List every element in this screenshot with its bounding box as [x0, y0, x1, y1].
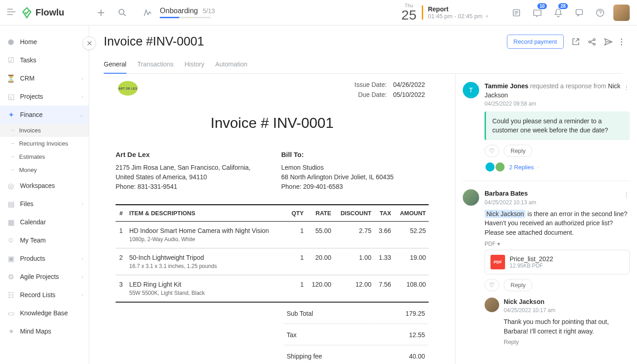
event-add-icon[interactable]: +	[485, 13, 489, 20]
chevron-down-icon: ⌄	[79, 112, 83, 118]
invoice-document: ART DE LEX Issue Date:04/26/2022 Due Dat…	[89, 74, 455, 364]
reply-link[interactable]: Reply	[504, 339, 630, 345]
issue-date: 04/26/2022	[390, 80, 428, 89]
onboarding-label: Onboarding	[160, 7, 198, 15]
summary-row: Tax12.55	[284, 325, 428, 345]
crm-icon: ⏳	[6, 74, 15, 83]
date-block[interactable]: Thu 25	[401, 3, 416, 22]
reply-button[interactable]: Reply	[504, 145, 532, 157]
open-external-icon[interactable]	[572, 38, 580, 46]
invoice-dates: Issue Date:04/26/2022 Due Date:05/10/202…	[351, 79, 429, 100]
inbox-badge: 10	[537, 3, 547, 9]
menu-toggle-icon[interactable]	[7, 9, 15, 17]
pdf-icon: PDF	[490, 255, 505, 269]
onboarding-icon	[140, 5, 155, 20]
sidebar-item-products[interactable]: ▣Products›	[0, 249, 89, 268]
sidebar-sub-estimates[interactable]: Estimates	[0, 150, 89, 163]
inbox-icon[interactable]: 10	[530, 5, 545, 20]
sidebar-item-finance[interactable]: ✦Finance⌄	[0, 106, 89, 124]
kebab-icon[interactable]: ⋮	[623, 84, 630, 91]
sidebar-item-label: CRM	[20, 75, 35, 82]
table-row: 2 50-Inch Lightweight Tripod16.7 x 3.1 x…	[116, 248, 429, 275]
onboarding-progress	[160, 17, 211, 18]
finance-icon: ✦	[6, 110, 15, 119]
table-row: 1 HD Indoor Smart Home Camera with Night…	[116, 221, 429, 248]
like-button[interactable]: ♡	[485, 145, 499, 157]
event-title: Report	[428, 5, 489, 13]
close-panel-button[interactable]: ✕	[82, 36, 96, 50]
sidebar-item-label: Tasks	[20, 56, 36, 64]
share-icon[interactable]	[588, 38, 596, 46]
send-icon[interactable]	[604, 38, 612, 46]
sidebar-item-records[interactable]: ☷Record Lists›	[0, 286, 89, 304]
sidebar-sub-invoices[interactable]: Invoices	[0, 124, 89, 137]
projects-icon: ◱	[6, 92, 15, 101]
records-icon: ☷	[6, 290, 15, 299]
svg-point-8	[621, 41, 622, 42]
note-icon[interactable]	[509, 5, 524, 20]
sidebar-item-label: Agile Projects	[20, 273, 59, 280]
sidebar-item-label: Home	[20, 38, 37, 46]
search-icon[interactable]	[114, 5, 130, 20]
sidebar-sub-money[interactable]: Money	[0, 163, 89, 177]
activity-author: Tammie Jones	[485, 82, 528, 90]
table-row: 3 LED Ring Light Kit55W 5500K, Light Sta…	[116, 275, 429, 302]
svg-rect-2	[576, 10, 582, 15]
attachment[interactable]: PDF Price_list_2022 12.95KB PDF	[485, 250, 630, 274]
activity-author: Barbara Bates	[485, 190, 528, 197]
sidebar: ⬢Home ☑Tasks ⏳CRM› ◱Projects› ✦Finance⌄ …	[0, 25, 89, 364]
attachment-type[interactable]: PDF ▾	[485, 241, 630, 247]
sidebar-item-files[interactable]: ▤Files›	[0, 195, 89, 213]
svg-point-7	[621, 38, 622, 40]
help-icon[interactable]	[592, 5, 608, 20]
like-button[interactable]: ♡	[485, 279, 499, 291]
activity-time: 04/25/2022 10:13 am	[485, 199, 630, 206]
sidebar-item-team[interactable]: ☺My Team	[0, 231, 89, 249]
kebab-icon[interactable]: ⋮	[623, 191, 630, 198]
team-icon: ☺	[6, 236, 15, 245]
tab-history[interactable]: History	[184, 57, 204, 73]
attachment-name: Price_list_2022	[510, 255, 553, 263]
home-icon: ⬢	[6, 37, 15, 46]
tab-general[interactable]: General	[104, 57, 126, 73]
sidebar-item-kb[interactable]: ▭Knowledge Base	[0, 304, 89, 322]
main-area: ✕ Invoice #INV-0001 Record payment Gener…	[89, 25, 637, 364]
chevron-right-icon: ›	[81, 292, 83, 298]
sidebar-item-home[interactable]: ⬢Home	[0, 33, 89, 51]
sidebar-item-mindmaps[interactable]: ✶Mind Maps	[0, 322, 89, 340]
avatar: T	[463, 82, 479, 98]
sidebar-sub-recurring[interactable]: Recurring Invoices	[0, 137, 89, 150]
onboarding-widget[interactable]: Onboarding 5/13	[140, 5, 215, 20]
sidebar-item-crm[interactable]: ⏳CRM›	[0, 69, 89, 87]
sidebar-item-projects[interactable]: ◱Projects›	[0, 87, 89, 106]
bell-badge: 28	[558, 3, 568, 9]
tab-automation[interactable]: Automation	[215, 57, 248, 73]
sidebar-item-label: Calendar	[20, 218, 46, 226]
activity-item: T Tammie Jones requested a response from…	[463, 82, 630, 181]
activity-panel: T Tammie Jones requested a response from…	[455, 74, 637, 364]
kebab-icon[interactable]	[621, 38, 622, 46]
replies-link[interactable]: 2 Replies	[509, 164, 534, 171]
record-payment-button[interactable]: Record payment	[507, 35, 564, 49]
sidebar-item-agile[interactable]: ⚙Agile Projects›	[0, 268, 89, 286]
reply-button[interactable]: Reply	[504, 279, 532, 291]
user-avatar[interactable]	[613, 5, 630, 21]
mention[interactable]: Nick Jackson	[485, 210, 526, 218]
sidebar-item-workspaces[interactable]: ◎Workspaces	[0, 177, 89, 195]
upcoming-event[interactable]: Report 01:45 pm - 02:45 pm +	[422, 5, 489, 20]
bell-icon[interactable]: 28	[551, 5, 566, 20]
sidebar-item-label: Projects	[20, 93, 43, 100]
chat-icon[interactable]	[571, 5, 587, 20]
chevron-right-icon: ›	[81, 76, 83, 81]
kb-icon: ▭	[6, 308, 15, 318]
chevron-right-icon: ›	[81, 201, 83, 207]
sidebar-item-label: Finance	[20, 111, 43, 118]
plus-icon[interactable]	[93, 5, 109, 20]
chevron-down-icon: ▾	[497, 241, 500, 247]
avatar	[485, 298, 499, 312]
sidebar-item-calendar[interactable]: ▦Calendar	[0, 213, 89, 231]
sidebar-item-label: Products	[20, 255, 45, 262]
sidebar-item-tasks[interactable]: ☑Tasks	[0, 51, 89, 69]
tab-transactions[interactable]: Transactions	[137, 57, 174, 73]
brand-logo[interactable]: Flowlu	[21, 7, 64, 19]
